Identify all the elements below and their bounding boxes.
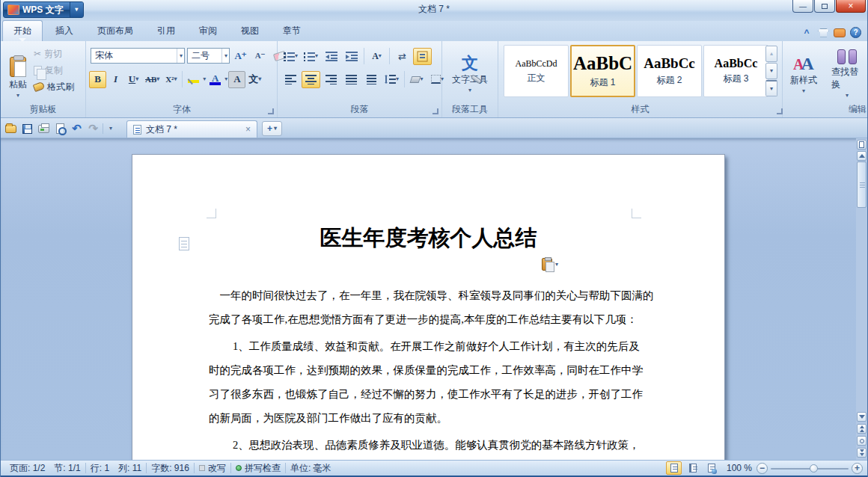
style-heading2[interactable]: AaBbCc 标题 2: [637, 45, 702, 97]
overwrite-toggle[interactable]: 改写: [195, 462, 230, 475]
styles-scroll-up-button[interactable]: ▴: [765, 46, 777, 62]
decrease-font-button[interactable]: A⁻: [251, 47, 269, 64]
decrease-indent-button[interactable]: [322, 48, 340, 65]
previous-page-button[interactable]: [857, 424, 867, 434]
bold-button[interactable]: B: [89, 71, 106, 88]
tab-section[interactable]: 章节: [272, 20, 312, 41]
distribute-button[interactable]: [362, 71, 381, 88]
increase-indent-button[interactable]: [342, 48, 361, 65]
font-size-combo[interactable]: 二号 ▾: [187, 48, 230, 64]
tab-page-layout[interactable]: 页面布局: [86, 20, 144, 41]
find-replace-button[interactable]: 查找替换 ▾: [826, 43, 868, 105]
app-menu-dropdown[interactable]: ▾: [70, 2, 83, 17]
superscript-button[interactable]: X²▾: [162, 71, 180, 88]
tab-review[interactable]: 审阅: [188, 20, 228, 41]
align-left-button[interactable]: [281, 71, 300, 88]
styles-scroll-down-button[interactable]: ▾: [765, 63, 777, 79]
vertical-scrollbar[interactable]: [856, 138, 867, 460]
tab-insert[interactable]: 插入: [44, 20, 85, 41]
numbered-list-button[interactable]: ▾: [302, 48, 320, 65]
style-heading1[interactable]: AaBbC 标题 1: [570, 45, 635, 97]
cut-button[interactable]: ✂ 剪切: [34, 46, 74, 62]
copy-button[interactable]: 复制: [34, 62, 74, 79]
maximize-button[interactable]: [814, 0, 835, 13]
tab-view[interactable]: 视图: [230, 20, 270, 41]
paragraph-dialog-launcher-icon[interactable]: [433, 108, 438, 114]
page-view-button[interactable]: [666, 461, 682, 475]
print-preview-button[interactable]: [53, 122, 67, 135]
align-center-button[interactable]: [302, 71, 320, 88]
wps-app-menu-button[interactable]: WPS 文字 ▾: [3, 1, 84, 18]
style-heading3[interactable]: AaBbCc 标题 3: [703, 45, 768, 97]
strikethrough-button[interactable]: AB▾: [143, 71, 162, 88]
zoom-in-button[interactable]: +: [852, 463, 863, 474]
quick-access-customize-button[interactable]: ▾: [106, 122, 116, 135]
close-button[interactable]: ×: [836, 0, 866, 13]
redo-button[interactable]: ↷: [86, 122, 100, 135]
highlight-color-button[interactable]: [185, 71, 202, 88]
zoom-out-button[interactable]: −: [757, 463, 768, 474]
status-section[interactable]: 节: 1/1: [49, 462, 85, 475]
tab-home[interactable]: 开始: [2, 20, 43, 41]
show-marks-button[interactable]: [413, 48, 432, 65]
align-right-button[interactable]: [322, 71, 340, 88]
chevron-down-icon[interactable]: ▾: [224, 76, 227, 82]
font-dialog-launcher-icon[interactable]: [268, 108, 274, 114]
community-icon[interactable]: [834, 28, 846, 37]
document-tab-close-icon[interactable]: ×: [245, 124, 251, 135]
save-button[interactable]: [20, 122, 34, 135]
paste-button[interactable]: 粘贴 ▾: [4, 46, 31, 110]
format-painter-button[interactable]: 格式刷: [34, 79, 74, 95]
shading-button[interactable]: ▾: [408, 71, 427, 88]
web-view-button[interactable]: [703, 461, 719, 475]
scrollbar-thumb[interactable]: [857, 161, 867, 208]
new-style-button[interactable]: AA 新样式 ▾: [784, 43, 823, 105]
skin-icon[interactable]: [818, 28, 829, 37]
line-spacing-button[interactable]: ▾: [382, 71, 401, 88]
status-word-count[interactable]: 字数: 916: [147, 462, 194, 475]
font-name-combo[interactable]: 宋体 ▾: [91, 48, 185, 64]
font-color-button[interactable]: A: [207, 71, 224, 88]
select-browse-object-button[interactable]: [857, 436, 867, 446]
character-scale-button[interactable]: A ▾: [367, 48, 386, 65]
open-button[interactable]: [4, 122, 18, 135]
status-unit[interactable]: 单位: 毫米: [286, 462, 336, 475]
bullet-list-button[interactable]: ▾: [281, 48, 300, 65]
collapse-ribbon-button[interactable]: ^: [800, 27, 813, 38]
outline-view-button[interactable]: [685, 461, 700, 475]
tab-references[interactable]: 引用: [146, 20, 186, 41]
scroll-down-button[interactable]: [857, 412, 867, 422]
wrap-text-button[interactable]: ⇄: [393, 48, 412, 65]
body-line: 一年的时间很快过去了，在一年里，我在院领导、科室领导及同事们的关心与帮助下圆满的: [209, 283, 655, 307]
help-icon[interactable]: ?: [850, 27, 861, 38]
status-column[interactable]: 列: 11: [114, 462, 146, 475]
justify-button[interactable]: [342, 71, 361, 88]
italic-button[interactable]: I: [107, 71, 124, 88]
text-tool-button[interactable]: 文 文字工具 ▾: [446, 43, 494, 105]
document-tab-active[interactable]: 文档 7 * ×: [126, 120, 257, 138]
underline-button[interactable]: U▾: [125, 71, 142, 88]
chevron-down-icon[interactable]: ▾: [203, 76, 206, 82]
chinese-layout-button[interactable]: 文▾: [246, 71, 263, 88]
print-button[interactable]: [37, 122, 51, 135]
spellcheck-toggle[interactable]: 拼写检查: [231, 462, 285, 475]
character-shading-button[interactable]: A: [228, 71, 245, 88]
styles-dialog-launcher-icon[interactable]: [777, 108, 783, 114]
scroll-up-button[interactable]: [857, 151, 867, 161]
status-page[interactable]: 页面: 1/2: [5, 462, 49, 475]
zoom-slider-knob[interactable]: [810, 464, 818, 473]
ruler-toggle-button[interactable]: [857, 140, 867, 150]
document-page[interactable]: 医生年度考核个人总结 ▾ 一年的时间很快过去了，在一年里，我在院领导、科室领导及…: [132, 154, 725, 477]
paste-options-button[interactable]: ▾: [542, 258, 558, 271]
undo-button[interactable]: ↶: [70, 122, 84, 135]
new-document-tab-button[interactable]: + ▾: [262, 121, 282, 136]
chevron-down-icon: ▾: [295, 53, 298, 59]
align-left-icon: [285, 75, 296, 84]
style-normal[interactable]: AaBbCcDd 正文: [504, 45, 569, 97]
styles-more-button[interactable]: ▾: [765, 80, 777, 96]
status-line[interactable]: 行: 1: [86, 462, 114, 475]
increase-font-button[interactable]: A⁺: [232, 47, 249, 64]
next-page-button[interactable]: [857, 448, 867, 458]
zoom-slider[interactable]: [771, 463, 849, 474]
minimize-button[interactable]: —: [792, 0, 813, 13]
